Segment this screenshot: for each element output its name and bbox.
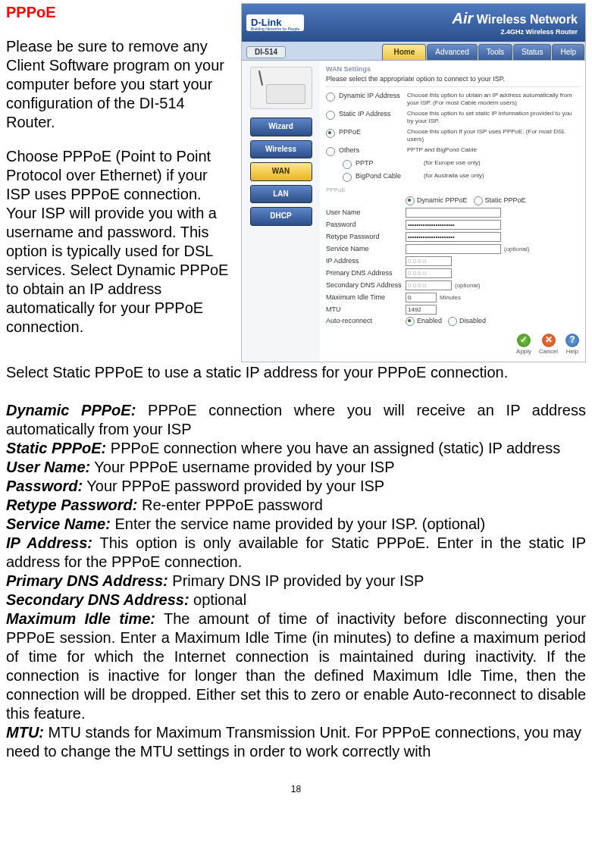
pppoe-sect-label: PPPoE — [326, 186, 579, 194]
option-desc: Choose this option to obtain an IP addre… — [407, 92, 579, 107]
option-pptp[interactable]: PPTP (for Europe use only) — [326, 158, 579, 171]
intro-paragraph-2: Choose PPPoE (Point to Point Protocol ov… — [6, 147, 232, 337]
option-desc: Choose this option to set static IP info… — [407, 110, 579, 125]
router-screenshot: D-Link Building Networks for People Air … — [241, 3, 586, 362]
def-static-pppoe: Static PPPoE: PPPoE connection where you… — [6, 439, 586, 458]
tab-tools[interactable]: Tools — [478, 44, 512, 61]
def-sdns: Secondary DNS Address: optional — [6, 591, 586, 609]
def-label: IP Address: — [6, 534, 92, 551]
radio-icon[interactable] — [474, 196, 483, 205]
input-service[interactable] — [406, 244, 501, 254]
radio-label: Dynamic PPPoE — [417, 196, 468, 205]
def-password: Password: Your PPPoE password provided b… — [6, 477, 586, 496]
sidebar-lan[interactable]: LAN — [250, 185, 312, 204]
label-retype: Retype Password — [326, 233, 406, 241]
label-service: Service Name — [326, 245, 406, 253]
radio-icon[interactable] — [406, 196, 415, 205]
input-mtu[interactable]: 1492 — [406, 305, 437, 315]
option-label: Dynamic IP Address — [339, 92, 407, 100]
option-pppoe[interactable]: PPPoE Choose this option if your ISP use… — [326, 127, 579, 145]
auto-reconnect-row: Auto-reconnect Enabled Disabled — [326, 316, 579, 327]
action-bar: ✓Apply ✕Cancel ?Help — [326, 334, 579, 356]
radio-label: Enabled — [417, 317, 442, 325]
def-service: Service Name: Enter the service name pro… — [6, 515, 586, 534]
def-text: Your PPPoE password provided by your ISP — [83, 478, 384, 494]
wan-settings-title: WAN Settings — [326, 64, 579, 75]
hint-minutes: Minutes — [440, 294, 461, 302]
help-icon: ? — [565, 334, 579, 347]
radio-icon[interactable] — [343, 173, 352, 182]
router-header: D-Link Building Networks for People Air … — [242, 4, 585, 42]
def-text: Primary DNS IP provided by your ISP — [168, 572, 424, 589]
input-idle[interactable]: 0 — [406, 293, 437, 302]
radio-icon[interactable] — [406, 317, 415, 326]
def-text: MTU stands for Maximum Transmission Unit… — [6, 724, 581, 760]
def-label: User Name: — [6, 459, 90, 475]
label-auto: Auto-reconnect — [326, 317, 406, 325]
input-pdns[interactable]: 0.0.0.0 — [406, 268, 452, 278]
radio-icon[interactable] — [326, 129, 335, 138]
option-static-ip[interactable]: Static IP Address Choose this option to … — [326, 108, 579, 127]
apply-button[interactable]: ✓Apply — [516, 334, 531, 356]
sidebar-wizard[interactable]: Wizard — [250, 118, 312, 136]
radio-icon[interactable] — [343, 160, 352, 169]
label-username: User Name — [326, 208, 406, 217]
tab-home[interactable]: Home — [382, 44, 426, 61]
def-label: Retype Password: — [6, 497, 137, 513]
model-label: DI-514 — [246, 46, 286, 59]
label-idle: Maximum Idle Time — [326, 293, 406, 302]
def-text: Enter the service name provided by your … — [111, 515, 485, 532]
hint-optional: (optional) — [504, 246, 529, 253]
input-ip[interactable]: 0.0.0.0 — [406, 256, 452, 266]
tab-status[interactable]: Status — [513, 44, 551, 61]
sidebar-dhcp[interactable]: DHCP — [250, 207, 312, 226]
option-bigpond[interactable]: BigPond Cable (for Australia use only) — [326, 171, 579, 183]
help-button[interactable]: ?Help — [565, 334, 579, 356]
def-ip: IP Address: This option is only availabl… — [6, 534, 586, 572]
intro-paragraph-3: Select Static PPPoE to use a static IP a… — [6, 363, 586, 382]
air-word: Air — [453, 10, 474, 27]
radio-disabled[interactable]: Disabled — [448, 317, 486, 326]
input-username[interactable] — [406, 208, 501, 218]
input-retype[interactable]: •••••••••••••••••••••• — [406, 232, 501, 242]
radio-icon[interactable] — [326, 147, 335, 156]
option-others[interactable]: Others PPTP and BigPond Cable — [326, 145, 579, 158]
def-user-name: User Name: Your PPPoE username provided … — [6, 458, 586, 477]
router-content: WAN Settings Please select the appropria… — [320, 61, 585, 362]
radio-dynamic-pppoe[interactable]: Dynamic PPPoE — [406, 196, 468, 205]
tab-advanced[interactable]: Advanced — [427, 44, 477, 61]
option-desc: Choose this option if your ISP uses PPPo… — [407, 128, 579, 143]
def-label: Service Name: — [6, 515, 111, 532]
label-password: Password — [326, 221, 406, 229]
logo-subtext: Building Networks for People — [251, 27, 299, 31]
radio-icon[interactable] — [326, 92, 335, 102]
radio-icon[interactable] — [326, 111, 335, 120]
input-sdns[interactable]: 0.0.0.0 — [406, 280, 452, 290]
option-label: Others — [339, 146, 407, 155]
intro-paragraph-1: Please be sure to remove any Client Soft… — [6, 37, 232, 132]
option-desc: PPTP and BigPond Cable — [407, 146, 579, 154]
action-label: Apply — [516, 348, 531, 356]
def-label: Maximum Idle time: — [6, 610, 155, 627]
def-pdns: Primary DNS Address: Primary DNS IP prov… — [6, 572, 586, 591]
def-text: optional — [190, 591, 247, 608]
x-icon: ✕ — [542, 334, 556, 347]
action-label: Cancel — [539, 348, 558, 356]
action-label: Help — [566, 348, 578, 356]
def-idle: Maximum Idle time: The amount of time of… — [6, 609, 586, 723]
option-desc: (for Australia use only) — [424, 172, 579, 180]
def-label: Secondary DNS Address: — [6, 591, 190, 608]
option-dynamic-ip[interactable]: Dynamic IP Address Choose this option to… — [326, 90, 579, 108]
top-nav: Home Advanced Tools Status Help — [382, 44, 585, 61]
check-icon: ✓ — [517, 334, 531, 347]
label-sdns: Secondary DNS Address — [326, 281, 406, 290]
radio-enabled[interactable]: Enabled — [406, 317, 442, 326]
def-label: Primary DNS Address: — [6, 572, 168, 589]
tab-help[interactable]: Help — [552, 44, 584, 61]
sidebar-wireless[interactable]: Wireless — [250, 140, 312, 159]
cancel-button[interactable]: ✕Cancel — [539, 334, 558, 356]
input-password[interactable]: •••••••••••••••••••••• — [406, 220, 501, 230]
radio-icon[interactable] — [448, 317, 457, 326]
radio-static-pppoe[interactable]: Static PPPoE — [474, 196, 526, 205]
sidebar-wan[interactable]: WAN — [250, 162, 312, 181]
